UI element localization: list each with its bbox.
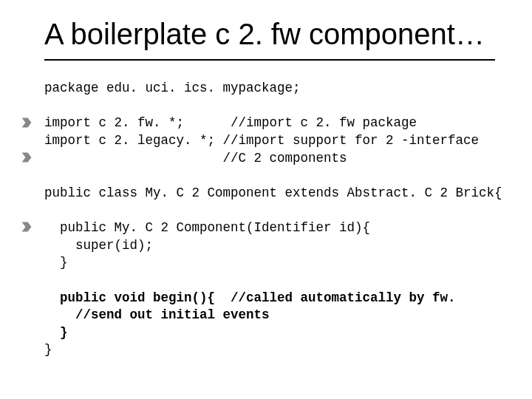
code-block: package edu. uci. ics. mypackage; import… <box>44 80 495 359</box>
code-line: public My. C 2 Component(Identifier id){ <box>44 220 370 235</box>
code-line: } <box>44 342 52 357</box>
code-line-bold: } <box>44 325 68 340</box>
code-line: import c 2. fw. *; //import c 2. fw pack… <box>44 115 417 130</box>
title-underline <box>44 59 495 61</box>
code-line: super(id); <box>44 238 153 253</box>
code-line: //C 2 components <box>44 151 347 166</box>
bullet-icon <box>21 151 33 163</box>
bullet-icon <box>21 221 33 233</box>
slide-title: A boilerplate c 2. fw component… <box>44 18 495 50</box>
code-line: public class My. C 2 Component extends A… <box>44 185 502 200</box>
code-line: } <box>44 255 68 270</box>
slide: A boilerplate c 2. fw component… package… <box>0 0 532 399</box>
code-line-bold: //send out initial events <box>44 307 270 322</box>
code-line: import c 2. legacy. *; //import support … <box>44 133 479 148</box>
bullet-icon <box>21 117 33 129</box>
code-line-bold: public void begin(){ //called automatica… <box>44 290 456 305</box>
code-line: package edu. uci. ics. mypackage; <box>44 81 301 95</box>
